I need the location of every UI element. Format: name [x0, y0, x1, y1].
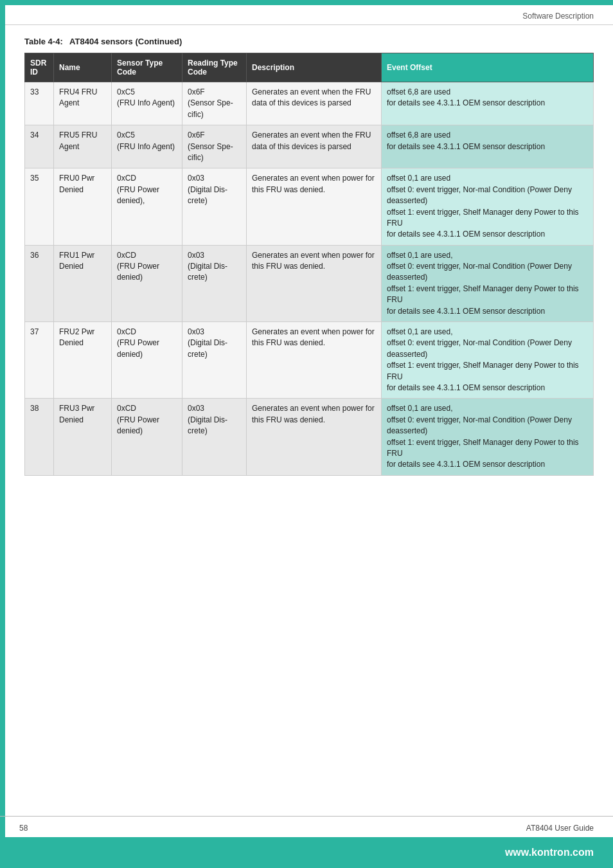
- main-table: SDRID Name Sensor TypeCode Reading TypeC…: [24, 53, 594, 476]
- left-accent-bar: [0, 0, 5, 868]
- table-header-row: SDRID Name Sensor TypeCode Reading TypeC…: [25, 53, 594, 82]
- cell-event_offset: offset 0,1 are usedoffset 0: event trigg…: [382, 168, 594, 245]
- th-sdr-id: SDRID: [25, 53, 54, 82]
- main-content: Table 4-4: AT8404 sensors (Continued) SD…: [5, 25, 613, 514]
- page-number: 58: [19, 824, 28, 833]
- cell-name: FRU5 FRU Agent: [54, 125, 112, 168]
- table-label: Table 4-4:: [24, 37, 63, 46]
- cell-sdr_id: 35: [25, 168, 54, 245]
- cell-description: Generates an event when power for this F…: [247, 245, 382, 321]
- cell-event_offset: offset 0,1 are used,offset 0: event trig…: [382, 245, 594, 321]
- cell-name: FRU4 FRU Agent: [54, 82, 112, 125]
- cell-sensor_type: 0xC5(FRU Info Agent): [112, 125, 182, 168]
- cell-event_offset: offset 0,1 are used,offset 0: event trig…: [382, 322, 594, 399]
- table-title-text: AT8404 sensors (Continued): [69, 37, 182, 46]
- cell-name: FRU0 Pwr Denied: [54, 168, 112, 245]
- page-wrapper: Software Description Table 4-4: AT8404 s…: [0, 0, 613, 868]
- table-row: 38FRU3 Pwr Denied0xCD(FRU Power denied)0…: [25, 399, 594, 475]
- th-event-offset: Event Offset: [382, 53, 594, 82]
- th-sensor-type: Sensor TypeCode: [112, 53, 182, 82]
- cell-name: FRU1 Pwr Denied: [54, 245, 112, 321]
- th-description: Description: [247, 53, 382, 82]
- cell-name: FRU2 Pwr Denied: [54, 322, 112, 399]
- cell-description: Generates an event when power for this F…: [247, 168, 382, 245]
- cell-description: Generates an event when power for this F…: [247, 399, 382, 475]
- top-bar: [0, 0, 613, 5]
- th-reading-type: Reading TypeCode: [182, 53, 247, 82]
- page-header: Software Description: [0, 5, 613, 25]
- cell-sensor_type: 0xCD(FRU Power denied): [112, 399, 182, 475]
- cell-reading_type: 0x03(Digital Dis-crete): [182, 168, 247, 245]
- th-name: Name: [54, 53, 112, 82]
- cell-reading_type: 0x03(Digital Dis-crete): [182, 245, 247, 321]
- cell-event_offset: offset 6,8 are usedfor details see 4.3.1…: [382, 82, 594, 125]
- cell-sdr_id: 34: [25, 125, 54, 168]
- cell-description: Generates an event when the FRU data of …: [247, 82, 382, 125]
- cell-reading_type: 0x6F(Sensor Spe-cific): [182, 125, 247, 168]
- table-row: 33FRU4 FRU Agent0xC5(FRU Info Agent)0x6F…: [25, 82, 594, 125]
- footer-divider: [0, 816, 613, 817]
- table-row: 37FRU2 Pwr Denied0xCD(FRU Power denied)0…: [25, 322, 594, 399]
- footer: 58 AT8404 User Guide: [0, 824, 613, 833]
- cell-description: Generates an event when power for this F…: [247, 322, 382, 399]
- cell-event_offset: offset 0,1 are used,offset 0: event trig…: [382, 399, 594, 475]
- table-row: 36FRU1 Pwr Denied0xCD(FRU Power denied)0…: [25, 245, 594, 321]
- document-title: AT8404 User Guide: [526, 824, 594, 833]
- cell-sensor_type: 0xCD(FRU Power denied): [112, 322, 182, 399]
- cell-sensor_type: 0xC5(FRU Info Agent): [112, 82, 182, 125]
- bottom-bar: www.kontron.com: [0, 837, 613, 868]
- table-caption: Table 4-4: AT8404 sensors (Continued): [24, 37, 594, 46]
- cell-reading_type: 0x03(Digital Dis-crete): [182, 322, 247, 399]
- cell-sdr_id: 33: [25, 82, 54, 125]
- cell-event_offset: offset 6,8 are usedfor details see 4.3.1…: [382, 125, 594, 168]
- header-title: Software Description: [522, 12, 594, 21]
- table-row: 35FRU0 Pwr Denied0xCD(FRU Power denied),…: [25, 168, 594, 245]
- cell-reading_type: 0x6F(Sensor Spe-cific): [182, 82, 247, 125]
- cell-sdr_id: 37: [25, 322, 54, 399]
- cell-reading_type: 0x03(Digital Dis-crete): [182, 399, 247, 475]
- website-link: www.kontron.com: [505, 847, 594, 858]
- cell-sensor_type: 0xCD(FRU Power denied),: [112, 168, 182, 245]
- cell-sdr_id: 38: [25, 399, 54, 475]
- cell-description: Generates an event when the FRU data of …: [247, 125, 382, 168]
- table-row: 34FRU5 FRU Agent0xC5(FRU Info Agent)0x6F…: [25, 125, 594, 168]
- cell-sdr_id: 36: [25, 245, 54, 321]
- cell-sensor_type: 0xCD(FRU Power denied): [112, 245, 182, 321]
- cell-name: FRU3 Pwr Denied: [54, 399, 112, 475]
